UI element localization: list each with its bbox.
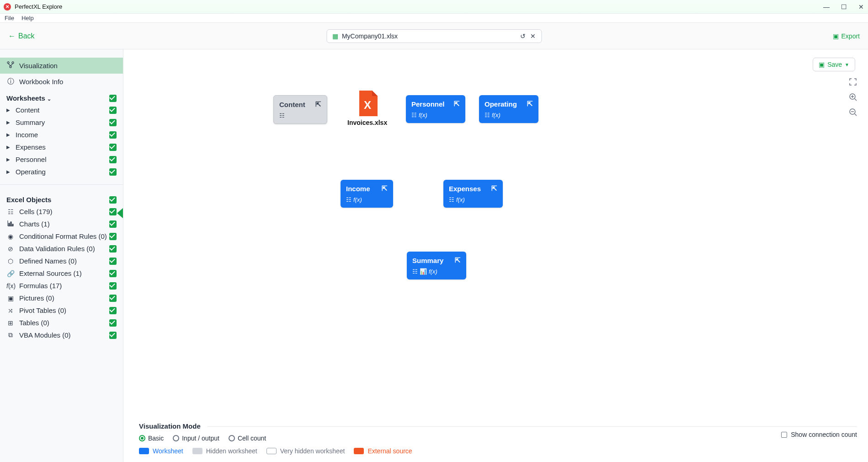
worksheet-label: Income bbox=[16, 131, 38, 139]
worksheet-summary[interactable]: ▶Summary bbox=[0, 116, 123, 129]
checkbox[interactable] bbox=[109, 144, 117, 151]
object-defined-names[interactable]: ⬡Defined Names (0) bbox=[0, 255, 123, 267]
chart-icon bbox=[6, 220, 15, 228]
svg-rect-5 bbox=[12, 224, 13, 226]
show-connection-count[interactable]: Show connection count bbox=[781, 431, 857, 438]
checkbox[interactable] bbox=[109, 245, 117, 252]
nav-visualization-label: Visualization bbox=[19, 62, 58, 70]
reload-icon[interactable]: ↺ bbox=[520, 32, 526, 40]
mode-label: Cell count bbox=[238, 435, 266, 442]
checkbox[interactable] bbox=[109, 168, 117, 176]
object-label: Pictures (0) bbox=[19, 294, 54, 302]
legend-label: Worksheet bbox=[153, 447, 183, 455]
checkbox[interactable] bbox=[109, 270, 117, 277]
nav-visualization[interactable]: Visualization bbox=[0, 58, 123, 74]
worksheet-income[interactable]: ▶Income bbox=[0, 129, 123, 141]
worksheet-content[interactable]: ▶Content bbox=[0, 104, 123, 116]
object-pictures[interactable]: ▣Pictures (0) bbox=[0, 292, 123, 304]
checkbox[interactable] bbox=[109, 295, 117, 302]
link-icon: 🔗 bbox=[6, 270, 15, 277]
minimize-button[interactable]: — bbox=[823, 4, 830, 10]
mode-basic[interactable]: Basic bbox=[139, 435, 164, 442]
caret-icon: ▶ bbox=[6, 157, 11, 162]
object-label: Tables (0) bbox=[19, 319, 49, 327]
info-icon: ⓘ bbox=[6, 77, 15, 86]
external-file-node[interactable]: X Invoices.xlsx bbox=[347, 91, 387, 126]
open-icon[interactable]: ⇱ bbox=[454, 100, 460, 108]
worksheet-operating[interactable]: ▶Operating bbox=[0, 166, 123, 178]
mode-input-output[interactable]: Input / output bbox=[173, 435, 219, 442]
export-icon: ▣ bbox=[833, 32, 839, 40]
checkbox[interactable] bbox=[109, 107, 117, 114]
legend-very-hidden: Very hidden worksheet bbox=[266, 447, 345, 455]
node-summary[interactable]: Summary⇱ ☷📊f(x) bbox=[407, 252, 466, 279]
menu-file[interactable]: File bbox=[5, 15, 14, 21]
checkbox[interactable] bbox=[109, 131, 117, 139]
mode-label: Input / output bbox=[182, 435, 219, 442]
open-icon[interactable]: ⇱ bbox=[382, 184, 388, 193]
formula-icon: f(x) bbox=[353, 196, 362, 203]
checkbox[interactable] bbox=[109, 319, 117, 327]
open-icon[interactable]: ⇱ bbox=[315, 100, 321, 108]
open-icon[interactable]: ⇱ bbox=[491, 184, 497, 193]
checkbox[interactable] bbox=[109, 119, 117, 126]
back-button[interactable]: ← Back bbox=[8, 32, 35, 40]
worksheets-checkbox[interactable] bbox=[109, 95, 117, 102]
close-file-icon[interactable]: ✕ bbox=[530, 32, 536, 40]
object-vba-modules[interactable]: ⧉VBA Modules (0) bbox=[0, 329, 123, 341]
show-cc-label: Show connection count bbox=[791, 431, 857, 438]
maximize-button[interactable]: ☐ bbox=[841, 4, 847, 10]
node-operating[interactable]: Operating⇱ ☷f(x) bbox=[479, 95, 538, 123]
objects-checkbox[interactable] bbox=[109, 196, 117, 204]
object-label: Defined Names (0) bbox=[19, 257, 77, 265]
object-formulas[interactable]: f(x)Formulas (17) bbox=[0, 279, 123, 292]
object-cond-format[interactable]: ◉Conditional Format Rules (0) bbox=[0, 230, 123, 242]
formula-icon: f(x) bbox=[419, 112, 427, 118]
conditional-format-icon: ◉ bbox=[6, 233, 15, 240]
swatch-blue bbox=[139, 448, 149, 454]
node-content[interactable]: Content⇱ ☷ bbox=[273, 95, 327, 124]
cells-icon: ☷ bbox=[6, 208, 15, 215]
checkbox[interactable] bbox=[109, 258, 117, 265]
footer-title: Visualization Mode bbox=[139, 422, 857, 430]
checkbox[interactable] bbox=[109, 332, 117, 339]
object-pivot-tables[interactable]: ⤭Pivot Tables (0) bbox=[0, 304, 123, 317]
canvas[interactable]: ▣ Save ▼ Content⇱ ☷ X bbox=[123, 49, 868, 462]
export-button[interactable]: ▣ Export bbox=[833, 32, 860, 40]
nav-workbook-info[interactable]: ⓘ Workbook Info bbox=[0, 74, 123, 90]
open-icon[interactable]: ⇱ bbox=[527, 100, 533, 108]
checkbox[interactable] bbox=[109, 156, 117, 163]
checkbox[interactable] bbox=[109, 307, 117, 314]
mode-cell-count[interactable]: Cell count bbox=[229, 435, 266, 442]
node-personnel[interactable]: Personnel⇱ ☷f(x) bbox=[406, 95, 465, 123]
object-label: Charts (1) bbox=[19, 220, 50, 228]
object-external-sources[interactable]: 🔗External Sources (1) bbox=[0, 267, 123, 279]
close-button[interactable]: ✕ bbox=[858, 4, 864, 10]
node-income[interactable]: Income⇱ ☷f(x) bbox=[341, 180, 393, 208]
menu-bar: File Help bbox=[0, 14, 868, 23]
chevron-down-icon: ⌄ bbox=[47, 96, 51, 102]
excel-file-icon: ▦ bbox=[332, 32, 338, 40]
worksheets-header[interactable]: Worksheets ⌄ bbox=[0, 90, 123, 104]
svg-point-1 bbox=[12, 62, 14, 64]
open-icon[interactable]: ⇱ bbox=[455, 256, 461, 264]
node-expenses[interactable]: Expenses⇱ ☷f(x) bbox=[443, 180, 503, 208]
worksheet-expenses[interactable]: ▶Expenses bbox=[0, 141, 123, 153]
checkbox[interactable] bbox=[109, 220, 117, 228]
cells-icon: ☷ bbox=[279, 112, 285, 119]
object-tables[interactable]: ⊞Tables (0) bbox=[0, 317, 123, 329]
object-cells[interactable]: ☷Cells (179) bbox=[0, 205, 123, 218]
worksheet-personnel[interactable]: ▶Personnel bbox=[0, 153, 123, 166]
checkbox[interactable] bbox=[109, 233, 117, 240]
object-data-validation[interactable]: ⊘Data Validation Rules (0) bbox=[0, 242, 123, 255]
file-chip: ▦ MyCompany01.xlsx ↺ ✕ bbox=[326, 29, 542, 43]
legend-label: Very hidden worksheet bbox=[280, 447, 345, 455]
object-charts[interactable]: Charts (1) bbox=[0, 218, 123, 230]
checkbox[interactable] bbox=[109, 208, 117, 215]
caret-icon: ▶ bbox=[6, 145, 11, 150]
menu-help[interactable]: Help bbox=[21, 15, 34, 21]
checkbox[interactable] bbox=[109, 282, 117, 290]
legend-worksheet: Worksheet bbox=[139, 447, 183, 455]
back-label: Back bbox=[18, 32, 35, 40]
excel-objects-header[interactable]: Excel Objects bbox=[0, 191, 123, 205]
